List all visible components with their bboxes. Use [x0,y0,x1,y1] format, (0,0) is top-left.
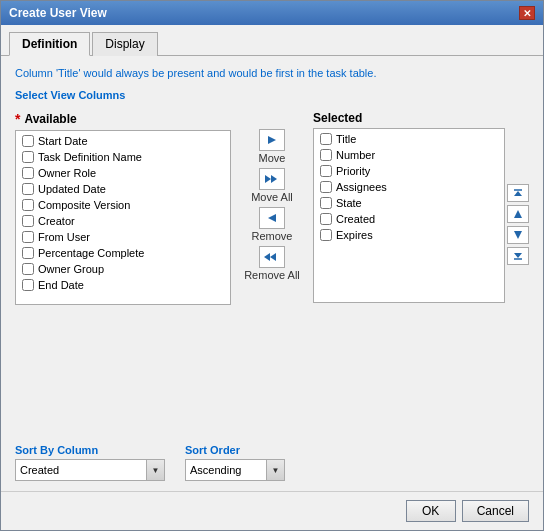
remove-all-label: Remove All [244,269,300,281]
list-item[interactable]: Title [316,131,502,147]
remove-label: Remove [252,230,293,242]
ok-button[interactable]: OK [406,500,456,522]
available-panel-title: * Available [15,111,231,127]
available-checkbox[interactable] [22,263,34,275]
svg-marker-1 [265,175,271,183]
sort-order-dropdown-arrow[interactable]: ▼ [266,460,284,480]
sort-column-select[interactable]: Created Title Number Priority Assignees … [16,460,146,480]
close-button[interactable]: ✕ [519,6,535,20]
list-item[interactable]: From User [18,229,228,245]
required-asterisk: * [15,111,20,127]
svg-marker-9 [514,231,522,239]
available-checkbox[interactable] [22,231,34,243]
move-label: Move [259,152,286,164]
move-top-button[interactable] [507,184,529,202]
selected-panel-title: Selected [313,111,529,125]
move-bottom-button[interactable] [507,247,529,265]
create-user-view-dialog: Create User View ✕ Definition Display Co… [0,0,544,531]
section-label: Select View Columns [15,89,529,101]
move-all-label: Move All [251,191,293,203]
tab-bar: Definition Display [1,25,543,56]
list-item[interactable]: Owner Group [18,261,228,277]
move-group: Move [259,129,286,164]
selected-panel: Selected Title Number Priority Assignees… [313,111,529,303]
available-checkbox[interactable] [22,135,34,147]
remove-group: Remove [252,207,293,242]
title-bar: Create User View ✕ [1,1,543,25]
selected-checkbox[interactable] [320,149,332,161]
sort-area: Sort By Column Created Title Number Prio… [15,444,529,481]
available-checkbox[interactable] [22,199,34,211]
available-checkbox[interactable] [22,183,34,195]
sort-column-select-wrapper: Created Title Number Priority Assignees … [15,459,165,481]
selected-checkbox[interactable] [320,213,332,225]
footer-bar: OK Cancel [1,491,543,530]
cancel-button[interactable]: Cancel [462,500,529,522]
svg-marker-4 [270,253,276,261]
dialog-title: Create User View [9,6,107,20]
list-item[interactable]: Updated Date [18,181,228,197]
sort-order-group: Sort Order Ascending Descending ▼ [185,444,285,481]
list-item[interactable]: End Date [18,277,228,293]
list-item[interactable]: Expires [316,227,502,243]
sort-order-select-wrapper: Ascending Descending ▼ [185,459,285,481]
available-checkbox[interactable] [22,247,34,259]
order-controls [507,128,529,303]
remove-all-button[interactable] [259,246,285,268]
list-item[interactable]: Task Definition Name [18,149,228,165]
svg-marker-3 [268,214,276,222]
sort-column-dropdown-arrow[interactable]: ▼ [146,460,164,480]
available-checkbox[interactable] [22,279,34,291]
selected-checkbox[interactable] [320,229,332,241]
list-item[interactable]: State [316,195,502,211]
list-item[interactable]: Creator [18,213,228,229]
columns-area: * Available Start Date Task Definition N… [15,111,529,432]
svg-marker-0 [268,136,276,144]
tab-definition[interactable]: Definition [9,32,90,56]
svg-marker-7 [514,191,522,196]
sort-order-label: Sort Order [185,444,285,456]
list-item[interactable]: Start Date [18,133,228,149]
sort-column-group: Sort By Column Created Title Number Prio… [15,444,165,481]
svg-marker-2 [271,175,277,183]
available-checkbox[interactable] [22,167,34,179]
list-item[interactable]: Owner Role [18,165,228,181]
svg-marker-11 [514,253,522,258]
selected-checkbox[interactable] [320,133,332,145]
info-text: Column 'Title' would always be present a… [15,66,529,81]
remove-button[interactable] [259,207,285,229]
move-all-group: Move All [251,168,293,203]
selected-checkbox[interactable] [320,181,332,193]
available-panel: * Available Start Date Task Definition N… [15,111,231,305]
available-list[interactable]: Start Date Task Definition Name Owner Ro… [15,130,231,305]
available-checkbox[interactable] [22,215,34,227]
sort-order-select[interactable]: Ascending Descending [186,460,266,480]
move-up-button[interactable] [507,205,529,223]
selected-list[interactable]: Title Number Priority Assignees State Cr… [313,128,505,303]
list-item[interactable]: Priority [316,163,502,179]
move-button[interactable] [259,129,285,151]
list-item[interactable]: Assignees [316,179,502,195]
list-item[interactable]: Composite Version [18,197,228,213]
remove-all-group: Remove All [244,246,300,281]
tab-display[interactable]: Display [92,32,157,56]
dialog-content: Column 'Title' would always be present a… [1,56,543,491]
svg-marker-8 [514,210,522,218]
selected-checkbox[interactable] [320,197,332,209]
middle-controls: Move Move All Remove [237,111,307,281]
list-item[interactable]: Created [316,211,502,227]
svg-marker-5 [264,253,270,261]
list-item[interactable]: Percentage Complete [18,245,228,261]
sort-column-label: Sort By Column [15,444,165,456]
available-checkbox[interactable] [22,151,34,163]
move-all-button[interactable] [259,168,285,190]
list-item[interactable]: Number [316,147,502,163]
selected-checkbox[interactable] [320,165,332,177]
move-down-button[interactable] [507,226,529,244]
